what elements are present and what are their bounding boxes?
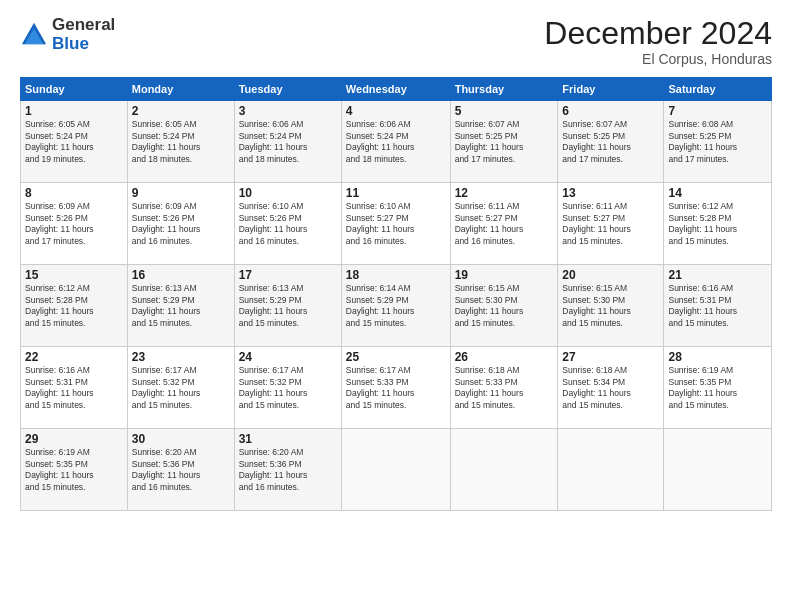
day-cell: 20Sunrise: 6:15 AM Sunset: 5:30 PM Dayli…	[558, 265, 664, 347]
day-number: 18	[346, 268, 446, 282]
day-info: Sunrise: 6:06 AM Sunset: 5:24 PM Dayligh…	[239, 119, 337, 165]
logo-icon	[20, 21, 48, 49]
day-cell: 4Sunrise: 6:06 AM Sunset: 5:24 PM Daylig…	[341, 101, 450, 183]
day-info: Sunrise: 6:17 AM Sunset: 5:32 PM Dayligh…	[132, 365, 230, 411]
day-cell: 25Sunrise: 6:17 AM Sunset: 5:33 PM Dayli…	[341, 347, 450, 429]
day-info: Sunrise: 6:20 AM Sunset: 5:36 PM Dayligh…	[132, 447, 230, 493]
logo: General Blue	[20, 16, 115, 53]
col-friday: Friday	[558, 78, 664, 101]
col-thursday: Thursday	[450, 78, 558, 101]
day-number: 31	[239, 432, 337, 446]
day-number: 28	[668, 350, 767, 364]
day-info: Sunrise: 6:19 AM Sunset: 5:35 PM Dayligh…	[25, 447, 123, 493]
col-sunday: Sunday	[21, 78, 128, 101]
subtitle: El Corpus, Honduras	[544, 51, 772, 67]
day-number: 3	[239, 104, 337, 118]
day-info: Sunrise: 6:05 AM Sunset: 5:24 PM Dayligh…	[25, 119, 123, 165]
day-info: Sunrise: 6:17 AM Sunset: 5:33 PM Dayligh…	[346, 365, 446, 411]
day-info: Sunrise: 6:07 AM Sunset: 5:25 PM Dayligh…	[562, 119, 659, 165]
day-info: Sunrise: 6:14 AM Sunset: 5:29 PM Dayligh…	[346, 283, 446, 329]
day-number: 24	[239, 350, 337, 364]
col-saturday: Saturday	[664, 78, 772, 101]
day-cell: 26Sunrise: 6:18 AM Sunset: 5:33 PM Dayli…	[450, 347, 558, 429]
week-row-2: 8Sunrise: 6:09 AM Sunset: 5:26 PM Daylig…	[21, 183, 772, 265]
day-cell: 12Sunrise: 6:11 AM Sunset: 5:27 PM Dayli…	[450, 183, 558, 265]
page: General Blue December 2024 El Corpus, Ho…	[0, 0, 792, 612]
day-cell: 3Sunrise: 6:06 AM Sunset: 5:24 PM Daylig…	[234, 101, 341, 183]
day-cell	[664, 429, 772, 511]
day-number: 5	[455, 104, 554, 118]
day-number: 22	[25, 350, 123, 364]
day-number: 16	[132, 268, 230, 282]
day-info: Sunrise: 6:18 AM Sunset: 5:33 PM Dayligh…	[455, 365, 554, 411]
month-title: December 2024	[544, 16, 772, 51]
day-cell: 2Sunrise: 6:05 AM Sunset: 5:24 PM Daylig…	[127, 101, 234, 183]
day-number: 7	[668, 104, 767, 118]
week-row-3: 15Sunrise: 6:12 AM Sunset: 5:28 PM Dayli…	[21, 265, 772, 347]
day-info: Sunrise: 6:05 AM Sunset: 5:24 PM Dayligh…	[132, 119, 230, 165]
day-number: 27	[562, 350, 659, 364]
title-area: December 2024 El Corpus, Honduras	[544, 16, 772, 67]
day-info: Sunrise: 6:08 AM Sunset: 5:25 PM Dayligh…	[668, 119, 767, 165]
day-number: 10	[239, 186, 337, 200]
day-cell: 7Sunrise: 6:08 AM Sunset: 5:25 PM Daylig…	[664, 101, 772, 183]
day-number: 17	[239, 268, 337, 282]
day-info: Sunrise: 6:15 AM Sunset: 5:30 PM Dayligh…	[562, 283, 659, 329]
week-row-5: 29Sunrise: 6:19 AM Sunset: 5:35 PM Dayli…	[21, 429, 772, 511]
day-cell: 30Sunrise: 6:20 AM Sunset: 5:36 PM Dayli…	[127, 429, 234, 511]
day-number: 26	[455, 350, 554, 364]
day-info: Sunrise: 6:12 AM Sunset: 5:28 PM Dayligh…	[25, 283, 123, 329]
day-cell: 11Sunrise: 6:10 AM Sunset: 5:27 PM Dayli…	[341, 183, 450, 265]
day-number: 23	[132, 350, 230, 364]
day-cell: 9Sunrise: 6:09 AM Sunset: 5:26 PM Daylig…	[127, 183, 234, 265]
day-cell: 10Sunrise: 6:10 AM Sunset: 5:26 PM Dayli…	[234, 183, 341, 265]
day-cell: 5Sunrise: 6:07 AM Sunset: 5:25 PM Daylig…	[450, 101, 558, 183]
col-monday: Monday	[127, 78, 234, 101]
day-info: Sunrise: 6:17 AM Sunset: 5:32 PM Dayligh…	[239, 365, 337, 411]
day-cell	[341, 429, 450, 511]
day-number: 4	[346, 104, 446, 118]
day-number: 19	[455, 268, 554, 282]
day-cell: 15Sunrise: 6:12 AM Sunset: 5:28 PM Dayli…	[21, 265, 128, 347]
day-cell: 29Sunrise: 6:19 AM Sunset: 5:35 PM Dayli…	[21, 429, 128, 511]
day-info: Sunrise: 6:19 AM Sunset: 5:35 PM Dayligh…	[668, 365, 767, 411]
day-cell: 27Sunrise: 6:18 AM Sunset: 5:34 PM Dayli…	[558, 347, 664, 429]
logo-blue: Blue	[52, 35, 115, 54]
day-info: Sunrise: 6:11 AM Sunset: 5:27 PM Dayligh…	[562, 201, 659, 247]
day-info: Sunrise: 6:16 AM Sunset: 5:31 PM Dayligh…	[668, 283, 767, 329]
day-cell: 8Sunrise: 6:09 AM Sunset: 5:26 PM Daylig…	[21, 183, 128, 265]
day-info: Sunrise: 6:09 AM Sunset: 5:26 PM Dayligh…	[25, 201, 123, 247]
day-info: Sunrise: 6:16 AM Sunset: 5:31 PM Dayligh…	[25, 365, 123, 411]
day-cell	[558, 429, 664, 511]
day-number: 13	[562, 186, 659, 200]
day-number: 15	[25, 268, 123, 282]
week-row-4: 22Sunrise: 6:16 AM Sunset: 5:31 PM Dayli…	[21, 347, 772, 429]
day-info: Sunrise: 6:12 AM Sunset: 5:28 PM Dayligh…	[668, 201, 767, 247]
header: General Blue December 2024 El Corpus, Ho…	[20, 16, 772, 67]
day-number: 9	[132, 186, 230, 200]
day-number: 2	[132, 104, 230, 118]
day-cell: 19Sunrise: 6:15 AM Sunset: 5:30 PM Dayli…	[450, 265, 558, 347]
day-cell: 23Sunrise: 6:17 AM Sunset: 5:32 PM Dayli…	[127, 347, 234, 429]
day-cell: 31Sunrise: 6:20 AM Sunset: 5:36 PM Dayli…	[234, 429, 341, 511]
day-info: Sunrise: 6:06 AM Sunset: 5:24 PM Dayligh…	[346, 119, 446, 165]
day-number: 12	[455, 186, 554, 200]
day-info: Sunrise: 6:20 AM Sunset: 5:36 PM Dayligh…	[239, 447, 337, 493]
day-info: Sunrise: 6:11 AM Sunset: 5:27 PM Dayligh…	[455, 201, 554, 247]
week-row-1: 1Sunrise: 6:05 AM Sunset: 5:24 PM Daylig…	[21, 101, 772, 183]
day-info: Sunrise: 6:07 AM Sunset: 5:25 PM Dayligh…	[455, 119, 554, 165]
logo-general: General	[52, 16, 115, 35]
day-cell: 1Sunrise: 6:05 AM Sunset: 5:24 PM Daylig…	[21, 101, 128, 183]
day-info: Sunrise: 6:09 AM Sunset: 5:26 PM Dayligh…	[132, 201, 230, 247]
day-cell: 17Sunrise: 6:13 AM Sunset: 5:29 PM Dayli…	[234, 265, 341, 347]
calendar: Sunday Monday Tuesday Wednesday Thursday…	[20, 77, 772, 511]
day-number: 25	[346, 350, 446, 364]
day-number: 20	[562, 268, 659, 282]
day-cell	[450, 429, 558, 511]
day-number: 8	[25, 186, 123, 200]
day-number: 6	[562, 104, 659, 118]
day-number: 14	[668, 186, 767, 200]
col-tuesday: Tuesday	[234, 78, 341, 101]
day-info: Sunrise: 6:10 AM Sunset: 5:27 PM Dayligh…	[346, 201, 446, 247]
day-number: 1	[25, 104, 123, 118]
